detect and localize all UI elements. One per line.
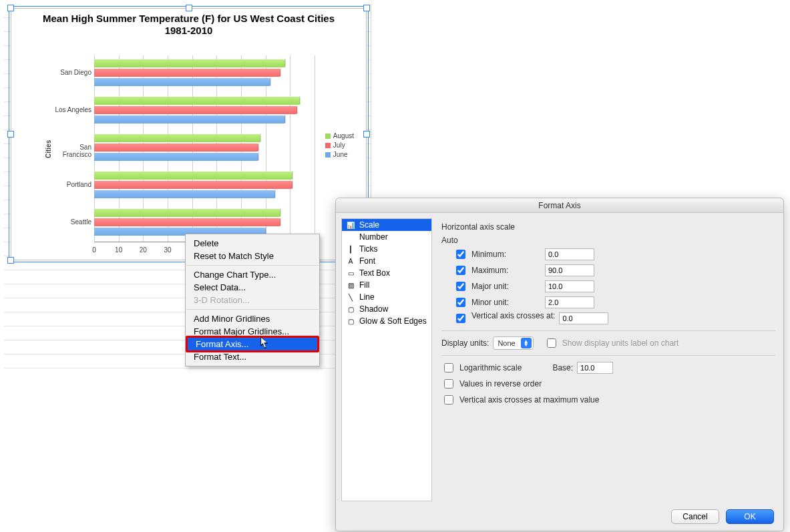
bar-june[interactable] <box>94 115 285 123</box>
menu-item: 3-D Rotation... <box>186 294 319 306</box>
sidebar-item-label: Line <box>359 292 375 302</box>
display-units-select[interactable]: None ▲▼ <box>493 336 533 350</box>
minor-unit-row[interactable]: Minor unit: <box>453 296 541 309</box>
major-unit-row[interactable]: Major unit: <box>453 280 541 293</box>
dialog-sidebar: 📊Scale Number┃TicksAFont▭Text Box▨Fill╲L… <box>341 218 432 501</box>
base-label: Base: <box>552 363 573 372</box>
sidebar-item-label: Number <box>359 232 388 242</box>
menu-item[interactable]: Format Text... <box>186 350 319 363</box>
bar-august[interactable] <box>94 172 292 180</box>
minor-unit-checkbox[interactable] <box>456 298 465 307</box>
chart-object[interactable]: Mean High Summer Temperature (F) for US … <box>11 8 367 260</box>
chevron-updown-icon: ▲▼ <box>521 338 532 348</box>
bar-august[interactable] <box>94 59 285 67</box>
bar-june[interactable] <box>94 78 270 86</box>
ticks-icon: ┃ <box>346 244 355 254</box>
maximum-row[interactable]: Maximum: <box>453 264 541 277</box>
sidebar-item-line[interactable]: ╲Line <box>342 291 431 303</box>
menu-item[interactable]: Reset to Match Style <box>186 250 319 262</box>
cross-row[interactable]: Vertical axis crosses at: <box>453 312 555 325</box>
glow-icon: ▢ <box>346 316 355 326</box>
resize-handle[interactable] <box>7 131 14 138</box>
legend-label: June <box>333 151 348 158</box>
major-unit-input[interactable] <box>545 280 594 292</box>
context-menu: DeleteReset to Match StyleChange Chart T… <box>185 234 320 366</box>
legend-swatch-icon <box>325 134 331 139</box>
dialog-title: Format Axis <box>336 198 783 213</box>
sidebar-item-font[interactable]: AFont <box>342 255 431 267</box>
ok-button[interactable]: OK <box>726 509 774 524</box>
base-input[interactable] <box>577 362 613 374</box>
x-tick-label: 0 <box>92 246 96 254</box>
bar-august[interactable] <box>94 134 260 142</box>
log-scale-checkbox[interactable] <box>444 363 453 372</box>
bar-june[interactable] <box>94 190 275 198</box>
bar-august[interactable] <box>94 209 280 217</box>
bar-july[interactable] <box>94 69 280 77</box>
cross-max-row[interactable]: Vertical axis crosses at maximum value <box>441 393 599 407</box>
legend-swatch-icon <box>325 143 331 148</box>
resize-handle[interactable] <box>7 5 14 11</box>
resize-handle[interactable] <box>186 5 192 11</box>
major-unit-checkbox[interactable] <box>456 282 465 291</box>
sidebar-item-number[interactable]: Number <box>342 231 431 243</box>
fill-icon: ▨ <box>346 280 355 290</box>
legend-label: August <box>333 132 354 140</box>
plot-area[interactable]: 0102030405060708090 <box>94 55 315 242</box>
minimum-input[interactable] <box>545 248 594 260</box>
reverse-row[interactable]: Values in reverse order <box>441 377 542 390</box>
menu-item[interactable]: Select Data... <box>186 281 319 294</box>
chart-legend: AugustJulyJune <box>325 130 354 160</box>
minor-unit-label: Minor unit: <box>471 298 541 307</box>
sidebar-item-shadow[interactable]: ▢Shadow <box>342 303 431 315</box>
menu-item[interactable]: Delete <box>186 237 319 250</box>
sidebar-item-ticks[interactable]: ┃Ticks <box>342 243 431 255</box>
menu-item[interactable]: Change Chart Type... <box>186 268 319 281</box>
resize-handle[interactable] <box>363 131 370 138</box>
minimum-checkbox[interactable] <box>456 250 465 259</box>
cross-max-checkbox[interactable] <box>444 395 453 405</box>
menu-item[interactable]: Format Axis... <box>188 338 317 350</box>
cross-input[interactable] <box>559 312 608 324</box>
sidebar-item-label: Glow & Soft Edges <box>359 316 427 326</box>
display-units-value: None <box>498 339 515 347</box>
minor-unit-input[interactable] <box>545 296 594 308</box>
legend-label: July <box>333 142 345 149</box>
bar-july[interactable] <box>94 106 297 114</box>
sidebar-item-glow-soft-edges[interactable]: ▢Glow & Soft Edges <box>342 315 431 327</box>
maximum-input[interactable] <box>545 264 594 276</box>
sidebar-item-label: Ticks <box>359 244 378 254</box>
sidebar-item-label: Fill <box>359 280 369 290</box>
bar-july[interactable] <box>94 181 292 189</box>
x-tick-label: 30 <box>164 246 171 254</box>
format-axis-dialog: Format Axis 📊Scale Number┃TicksAFont▭Tex… <box>335 198 784 531</box>
sidebar-item-fill[interactable]: ▨Fill <box>342 279 431 291</box>
bar-july[interactable] <box>94 144 258 152</box>
log-scale-label: Logarithmic scale <box>459 363 522 372</box>
legend-item: July <box>325 142 354 149</box>
cross-checkbox[interactable] <box>456 314 465 323</box>
log-scale-row[interactable]: Logarithmic scale <box>441 361 522 374</box>
cancel-button[interactable]: Cancel <box>671 509 719 524</box>
bar-august[interactable] <box>94 97 300 105</box>
sidebar-item-label: Shadow <box>359 304 388 314</box>
bar-june[interactable] <box>94 153 258 161</box>
x-tick-label: 20 <box>140 246 147 254</box>
minimum-row[interactable]: Minimum: <box>453 248 541 261</box>
resize-handle[interactable] <box>363 5 370 11</box>
resize-handle[interactable] <box>7 257 14 264</box>
cross-max-label: Vertical axis crosses at maximum value <box>459 395 599 405</box>
show-units-row[interactable]: Show display units label on chart <box>544 336 679 350</box>
sidebar-item-text-box[interactable]: ▭Text Box <box>342 267 431 279</box>
reverse-checkbox[interactable] <box>444 379 453 388</box>
maximum-label: Maximum: <box>471 266 541 275</box>
minimum-label: Minimum: <box>471 250 541 259</box>
sidebar-item-label: Font <box>359 256 375 266</box>
bar-july[interactable] <box>94 218 280 226</box>
sidebar-item-scale[interactable]: 📊Scale <box>342 219 431 231</box>
menu-item[interactable]: Add Minor Gridlines <box>186 312 319 325</box>
show-units-checkbox[interactable] <box>547 338 556 348</box>
maximum-checkbox[interactable] <box>456 266 465 275</box>
gridline <box>315 55 315 242</box>
category-label: Portland <box>53 181 91 188</box>
